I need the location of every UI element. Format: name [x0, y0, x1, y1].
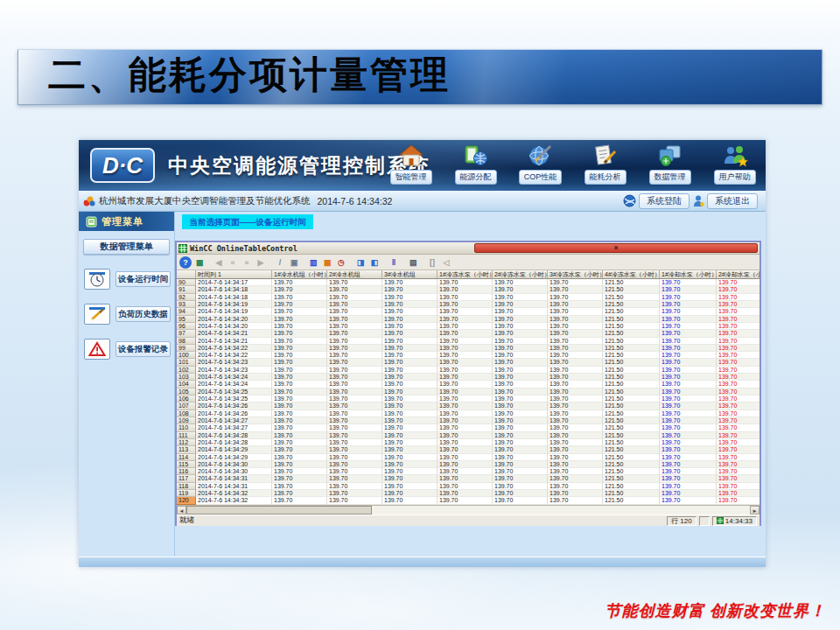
clock-icon[interactable]: ◷ [335, 256, 347, 269]
pause-icon[interactable]: ‖ [388, 256, 400, 269]
row-number-cell[interactable]: 110 [177, 424, 196, 431]
row-number-cell[interactable]: 91 [177, 286, 196, 293]
sidebar-item-label[interactable]: 设备运行时间 [116, 271, 171, 287]
scroll-left-icon[interactable]: ◂ [177, 506, 186, 514]
column-header[interactable]: 1#冷水机组（小时） [272, 270, 327, 279]
row-number-cell[interactable]: 108 [177, 410, 196, 417]
table-row[interactable]: 1072014-7-6 14:34:26139.70139.70139.7013… [177, 402, 760, 410]
nav-label[interactable]: 智能管理 [390, 170, 432, 185]
row-number-cell[interactable]: 98 [177, 338, 196, 345]
print-icon[interactable]: ▤ [407, 256, 419, 269]
nav-label[interactable]: 用户帮助 [714, 170, 756, 185]
table-row[interactable]: 942014-7-6 14:34:19139.70139.70139.70139… [177, 308, 760, 315]
nav-item-energy-allocation[interactable]: 能源分配 [448, 143, 503, 185]
table-row[interactable]: 1052014-7-6 14:34:25139.70139.70139.7013… [177, 388, 760, 396]
table-row[interactable]: 932014-7-6 14:34:19139.70139.70139.70139… [177, 301, 760, 308]
table-row[interactable]: 1082014-7-6 14:34:26139.70139.70139.7013… [177, 410, 760, 417]
table-row[interactable]: 1012014-7-6 14:34:23139.70139.70139.7013… [177, 359, 760, 366]
table-row[interactable]: 1122014-7-6 14:34:28139.70139.70139.7013… [177, 439, 760, 446]
row-number-cell[interactable]: 111 [177, 432, 196, 439]
row-number-cell[interactable]: 92 [177, 294, 196, 301]
import-data-icon[interactable]: ◧ [368, 256, 381, 269]
table-row[interactable]: 1172014-7-6 14:34:31139.70139.70139.7013… [177, 475, 760, 482]
row-number-cell[interactable]: 114 [177, 454, 196, 461]
table-row[interactable]: 902014-7-6 14:34:17139.70139.70139.70139… [177, 279, 760, 286]
table-row[interactable]: 1192014-7-6 14:34:32139.70139.70139.7013… [177, 490, 760, 497]
sidebar-item-load-history[interactable]: 负荷历史数据 [84, 304, 171, 325]
row-number-cell[interactable]: 95 [177, 316, 196, 323]
configure-dialog-icon[interactable]: ▦ [193, 256, 206, 269]
column-header[interactable]: 2#冷水机组 [327, 270, 382, 279]
time-selection-icon[interactable]: ▦ [321, 256, 333, 269]
row-number-cell[interactable]: 116 [177, 468, 196, 475]
table-row[interactable]: 952014-7-6 14:34:20139.70139.70139.70139… [177, 316, 760, 323]
row-number-cell[interactable]: 93 [177, 301, 196, 308]
row-number-cell[interactable]: 113 [177, 446, 196, 453]
row-number-cell[interactable]: 107 [177, 402, 196, 410]
nav-label[interactable]: 能源分配 [455, 170, 497, 185]
copy-icon[interactable]: ▣ [288, 256, 300, 269]
table-row[interactable]: 982014-7-6 14:34:21139.70139.70139.70139… [177, 338, 760, 345]
sidebar-item-label[interactable]: 设备报警记录 [116, 341, 171, 357]
sidebar-item-label[interactable]: 负荷历史数据 [116, 306, 171, 322]
table-row[interactable]: 1132014-7-6 14:34:29139.70139.70139.7013… [177, 446, 760, 453]
nav-label[interactable]: COP性能 [519, 170, 563, 185]
nav-label[interactable]: 数据管理 [649, 170, 691, 185]
table-row[interactable]: 1152014-7-6 14:34:30139.70139.70139.7013… [177, 461, 760, 468]
table-row[interactable]: 1182014-7-6 14:34:31139.70139.70139.7013… [177, 483, 760, 490]
table-row[interactable]: 1142014-7-6 14:34:29139.70139.70139.7013… [177, 454, 760, 461]
column-header[interactable]: 2#冷却水泵（小时） [717, 270, 760, 279]
table-row[interactable]: 1042014-7-6 14:34:24139.70139.70139.7013… [177, 381, 760, 388]
table-row[interactable]: 922014-7-6 14:34:18139.70139.70139.70139… [177, 294, 760, 301]
row-number-cell[interactable]: 90 [177, 279, 196, 286]
row-number-cell[interactable]: 102 [177, 367, 196, 374]
row-number-cell[interactable]: 112 [177, 439, 196, 446]
nav-item-cop-performance[interactable]: COP性能 [513, 143, 568, 185]
column-header[interactable]: 3#冷冻水泵（小时） [548, 270, 603, 279]
column-header[interactable]: 2#冷冻水泵（小时） [493, 270, 548, 279]
row-number-cell[interactable]: 96 [177, 323, 196, 330]
nav-item-data-management[interactable]: 数据管理 [642, 143, 697, 185]
login-button[interactable]: 系统登陆 [639, 193, 690, 209]
scroll-right-icon[interactable]: ▸ [750, 506, 760, 514]
table-row[interactable]: 992014-7-6 14:34:22139.70139.70139.70139… [177, 345, 760, 352]
nav-label[interactable]: 能耗分析 [584, 170, 626, 185]
row-number-cell[interactable]: 120 [177, 497, 196, 504]
sidebar-section-data-management[interactable]: 数据管理菜单 [83, 239, 170, 255]
table-row[interactable]: 1112014-7-6 14:34:28139.70139.70139.7013… [177, 432, 760, 439]
export-data-icon[interactable]: ◨ [354, 256, 367, 269]
wincc-titlebar[interactable]: WinCC OnlineTableControl × [177, 242, 760, 255]
table-row[interactable]: 1002014-7-6 14:34:22139.70139.70139.7013… [177, 352, 760, 359]
table-row[interactable]: 1092014-7-6 14:34:27139.70139.70139.7013… [177, 417, 760, 424]
sidebar-item-runtime[interactable]: 设备运行时间 [84, 269, 171, 290]
table-row[interactable]: 1062014-7-6 14:34:25139.70139.70139.7013… [177, 396, 760, 402]
table-row[interactable]: 1162014-7-6 14:34:30139.70139.70139.7013… [177, 468, 760, 475]
row-number-cell[interactable]: 117 [177, 475, 196, 482]
nav-item-smart-management[interactable]: 智能管理 [383, 143, 438, 185]
scrollbar-track[interactable] [186, 506, 750, 514]
row-number-cell[interactable]: 109 [177, 417, 196, 424]
row-number-cell[interactable]: 118 [177, 483, 196, 490]
column-header[interactable]: 3#冷水机组 [382, 270, 438, 279]
row-number-cell[interactable]: 99 [177, 345, 196, 352]
row-number-cell[interactable]: 100 [177, 352, 196, 359]
table-row[interactable]: 1032014-7-6 14:34:24139.70139.70139.7013… [177, 374, 760, 381]
nav-item-user-help[interactable]: 用户帮助 [707, 143, 762, 185]
row-number-cell[interactable]: 104 [177, 381, 196, 388]
scrollbar-thumb[interactable] [186, 506, 372, 514]
column-header[interactable]: 4#冷冻水泵（小时） [603, 270, 660, 279]
sidebar-item-alarm-records[interactable]: 设备报警记录 [84, 339, 171, 360]
table-row[interactable]: 962014-7-6 14:34:20139.70139.70139.70139… [177, 323, 760, 330]
row-number-cell[interactable]: 103 [177, 374, 196, 381]
horizontal-scrollbar[interactable]: ◂ ▸ [177, 505, 760, 514]
table-row[interactable]: 1202014-7-6 14:34:32139.70139.70139.7013… [177, 497, 760, 504]
column-header[interactable]: 1#冷却水泵（小时） [660, 270, 717, 279]
row-number-cell[interactable]: 97 [177, 330, 196, 337]
table-row[interactable]: 972014-7-6 14:34:21139.70139.70139.70139… [177, 330, 760, 337]
logout-button[interactable]: 系统退出 [707, 193, 758, 209]
row-number-cell[interactable]: 105 [177, 388, 196, 396]
row-number-cell[interactable]: 94 [177, 308, 196, 315]
table-row[interactable]: 912014-7-6 14:34:18139.70139.70139.70139… [177, 286, 760, 293]
table-row[interactable]: 1102014-7-6 14:34:27139.70139.70139.7013… [177, 424, 760, 431]
table-row[interactable]: 1022014-7-6 14:34:23139.70139.70139.7013… [177, 367, 760, 374]
